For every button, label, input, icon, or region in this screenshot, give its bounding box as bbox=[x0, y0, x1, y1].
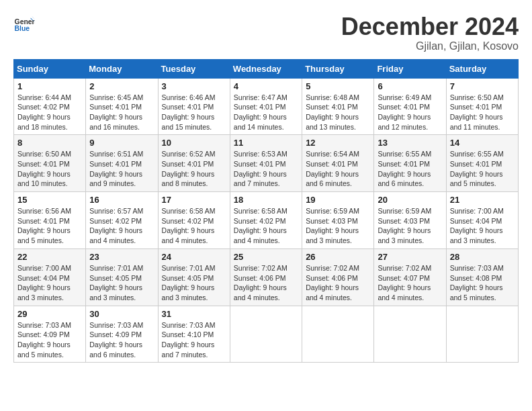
month-title: December 2024 bbox=[341, 13, 519, 40]
day-info: Sunrise: 7:01 AM Sunset: 4:05 PM Dayligh… bbox=[162, 263, 226, 303]
day-number: 22 bbox=[17, 252, 82, 262]
day-info: Sunrise: 7:03 AM Sunset: 4:09 PM Dayligh… bbox=[89, 320, 154, 360]
day-number: 26 bbox=[306, 252, 370, 262]
calendar-cell: 31 Sunrise: 7:03 AM Sunset: 4:10 PM Dayl… bbox=[158, 306, 230, 363]
calendar-cell: 29 Sunrise: 7:03 AM Sunset: 4:09 PM Dayl… bbox=[14, 306, 86, 363]
calendar-row-1: 1 Sunrise: 6:44 AM Sunset: 4:02 PM Dayli… bbox=[14, 78, 519, 135]
calendar-cell: 22 Sunrise: 7:00 AM Sunset: 4:04 PM Dayl… bbox=[14, 248, 86, 306]
calendar-cell: 30 Sunrise: 7:03 AM Sunset: 4:09 PM Dayl… bbox=[86, 306, 158, 363]
day-info: Sunrise: 6:57 AM Sunset: 4:02 PM Dayligh… bbox=[89, 206, 154, 246]
calendar-cell: 2 Sunrise: 6:45 AM Sunset: 4:01 PM Dayli… bbox=[86, 78, 158, 135]
day-number: 9 bbox=[89, 138, 154, 148]
day-info: Sunrise: 6:50 AM Sunset: 4:01 PM Dayligh… bbox=[450, 93, 515, 132]
col-monday: Monday bbox=[86, 59, 158, 78]
svg-text:Blue: Blue bbox=[15, 25, 30, 32]
day-info: Sunrise: 6:51 AM Sunset: 4:01 PM Dayligh… bbox=[89, 149, 154, 189]
calendar-cell: 13 Sunrise: 6:55 AM Sunset: 4:01 PM Dayl… bbox=[374, 135, 446, 192]
day-info: Sunrise: 6:58 AM Sunset: 4:02 PM Dayligh… bbox=[162, 206, 226, 246]
calendar-cell: 6 Sunrise: 6:49 AM Sunset: 4:01 PM Dayli… bbox=[374, 78, 446, 135]
day-info: Sunrise: 6:52 AM Sunset: 4:01 PM Dayligh… bbox=[162, 149, 226, 189]
calendar-header: Sunday Monday Tuesday Wednesday Thursday… bbox=[14, 59, 519, 78]
day-number: 24 bbox=[162, 252, 226, 262]
day-info: Sunrise: 6:48 AM Sunset: 4:01 PM Dayligh… bbox=[306, 93, 370, 132]
logo-icon: General Blue bbox=[13, 13, 35, 35]
day-number: 31 bbox=[162, 309, 226, 319]
calendar-cell: 18 Sunrise: 6:58 AM Sunset: 4:02 PM Dayl… bbox=[230, 192, 302, 249]
col-friday: Friday bbox=[374, 59, 446, 78]
calendar-cell: 12 Sunrise: 6:54 AM Sunset: 4:01 PM Dayl… bbox=[302, 135, 374, 192]
calendar-cell: 16 Sunrise: 6:57 AM Sunset: 4:02 PM Dayl… bbox=[86, 192, 158, 249]
day-number: 14 bbox=[450, 138, 515, 148]
day-info: Sunrise: 6:49 AM Sunset: 4:01 PM Dayligh… bbox=[378, 93, 442, 132]
day-number: 17 bbox=[162, 195, 226, 205]
calendar-cell: 27 Sunrise: 7:02 AM Sunset: 4:07 PM Dayl… bbox=[374, 248, 446, 306]
day-info: Sunrise: 6:55 AM Sunset: 4:01 PM Dayligh… bbox=[378, 149, 442, 189]
calendar-cell: 4 Sunrise: 6:47 AM Sunset: 4:01 PM Dayli… bbox=[230, 78, 302, 135]
day-info: Sunrise: 7:00 AM Sunset: 4:04 PM Dayligh… bbox=[450, 206, 515, 246]
calendar-cell: 10 Sunrise: 6:52 AM Sunset: 4:01 PM Dayl… bbox=[158, 135, 230, 192]
day-info: Sunrise: 7:01 AM Sunset: 4:05 PM Dayligh… bbox=[89, 263, 154, 303]
calendar-cell: 17 Sunrise: 6:58 AM Sunset: 4:02 PM Dayl… bbox=[158, 192, 230, 249]
col-tuesday: Tuesday bbox=[158, 59, 230, 78]
day-number: 18 bbox=[234, 195, 298, 205]
calendar-cell: 11 Sunrise: 6:53 AM Sunset: 4:01 PM Dayl… bbox=[230, 135, 302, 192]
calendar-cell: 5 Sunrise: 6:48 AM Sunset: 4:01 PM Dayli… bbox=[302, 78, 374, 135]
day-info: Sunrise: 6:59 AM Sunset: 4:03 PM Dayligh… bbox=[306, 206, 370, 246]
day-number: 11 bbox=[234, 138, 298, 148]
col-thursday: Thursday bbox=[302, 59, 374, 78]
day-number: 27 bbox=[378, 252, 442, 262]
calendar-cell: 20 Sunrise: 6:59 AM Sunset: 4:03 PM Dayl… bbox=[374, 192, 446, 249]
day-info: Sunrise: 6:45 AM Sunset: 4:01 PM Dayligh… bbox=[89, 93, 154, 132]
calendar-cell: 21 Sunrise: 7:00 AM Sunset: 4:04 PM Dayl… bbox=[446, 192, 518, 249]
day-number: 4 bbox=[234, 81, 298, 91]
calendar-cell: 19 Sunrise: 6:59 AM Sunset: 4:03 PM Dayl… bbox=[302, 192, 374, 249]
calendar-cell bbox=[374, 306, 446, 363]
day-number: 23 bbox=[89, 252, 154, 262]
day-info: Sunrise: 7:02 AM Sunset: 4:06 PM Dayligh… bbox=[306, 263, 370, 303]
day-info: Sunrise: 6:44 AM Sunset: 4:02 PM Dayligh… bbox=[17, 93, 82, 132]
calendar-body: 1 Sunrise: 6:44 AM Sunset: 4:02 PM Dayli… bbox=[14, 78, 519, 363]
day-info: Sunrise: 6:59 AM Sunset: 4:03 PM Dayligh… bbox=[378, 206, 442, 246]
day-info: Sunrise: 6:54 AM Sunset: 4:01 PM Dayligh… bbox=[306, 149, 370, 189]
col-saturday: Saturday bbox=[446, 59, 518, 78]
calendar-cell: 1 Sunrise: 6:44 AM Sunset: 4:02 PM Dayli… bbox=[14, 78, 86, 135]
calendar-cell: 14 Sunrise: 6:55 AM Sunset: 4:01 PM Dayl… bbox=[446, 135, 518, 192]
calendar-row-3: 15 Sunrise: 6:56 AM Sunset: 4:01 PM Dayl… bbox=[14, 192, 519, 249]
day-info: Sunrise: 7:00 AM Sunset: 4:04 PM Dayligh… bbox=[17, 263, 82, 303]
calendar-cell: 9 Sunrise: 6:51 AM Sunset: 4:01 PM Dayli… bbox=[86, 135, 158, 192]
calendar-cell: 7 Sunrise: 6:50 AM Sunset: 4:01 PM Dayli… bbox=[446, 78, 518, 135]
calendar-cell bbox=[302, 306, 374, 363]
day-number: 19 bbox=[306, 195, 370, 205]
calendar-table: Sunday Monday Tuesday Wednesday Thursday… bbox=[13, 59, 519, 363]
day-number: 12 bbox=[306, 138, 370, 148]
day-number: 28 bbox=[450, 252, 515, 262]
calendar-cell: 23 Sunrise: 7:01 AM Sunset: 4:05 PM Dayl… bbox=[86, 248, 158, 306]
day-number: 7 bbox=[450, 81, 515, 91]
day-number: 15 bbox=[17, 195, 82, 205]
col-sunday: Sunday bbox=[14, 59, 86, 78]
day-info: Sunrise: 6:50 AM Sunset: 4:01 PM Dayligh… bbox=[17, 149, 82, 189]
day-number: 13 bbox=[378, 138, 442, 148]
day-number: 1 bbox=[17, 81, 82, 91]
day-info: Sunrise: 7:02 AM Sunset: 4:07 PM Dayligh… bbox=[378, 263, 442, 303]
calendar-cell: 3 Sunrise: 6:46 AM Sunset: 4:01 PM Dayli… bbox=[158, 78, 230, 135]
calendar-cell: 28 Sunrise: 7:03 AM Sunset: 4:08 PM Dayl… bbox=[446, 248, 518, 306]
day-info: Sunrise: 7:03 AM Sunset: 4:10 PM Dayligh… bbox=[162, 320, 226, 360]
col-wednesday: Wednesday bbox=[230, 59, 302, 78]
day-number: 16 bbox=[89, 195, 154, 205]
page-header: General Blue December 2024 Gjilan, Gjila… bbox=[13, 13, 519, 52]
day-number: 3 bbox=[162, 81, 226, 91]
day-info: Sunrise: 7:03 AM Sunset: 4:09 PM Dayligh… bbox=[17, 320, 82, 360]
day-info: Sunrise: 6:47 AM Sunset: 4:01 PM Dayligh… bbox=[234, 93, 298, 132]
day-info: Sunrise: 6:55 AM Sunset: 4:01 PM Dayligh… bbox=[450, 149, 515, 189]
day-info: Sunrise: 7:02 AM Sunset: 4:06 PM Dayligh… bbox=[234, 263, 298, 303]
calendar-cell: 15 Sunrise: 6:56 AM Sunset: 4:01 PM Dayl… bbox=[14, 192, 86, 249]
calendar-cell: 24 Sunrise: 7:01 AM Sunset: 4:05 PM Dayl… bbox=[158, 248, 230, 306]
calendar-cell: 26 Sunrise: 7:02 AM Sunset: 4:06 PM Dayl… bbox=[302, 248, 374, 306]
calendar-cell bbox=[446, 306, 518, 363]
day-number: 6 bbox=[378, 81, 442, 91]
calendar-cell bbox=[230, 306, 302, 363]
day-info: Sunrise: 6:58 AM Sunset: 4:02 PM Dayligh… bbox=[234, 206, 298, 246]
day-number: 25 bbox=[234, 252, 298, 262]
location-title: Gjilan, Gjilan, Kosovo bbox=[341, 40, 519, 52]
